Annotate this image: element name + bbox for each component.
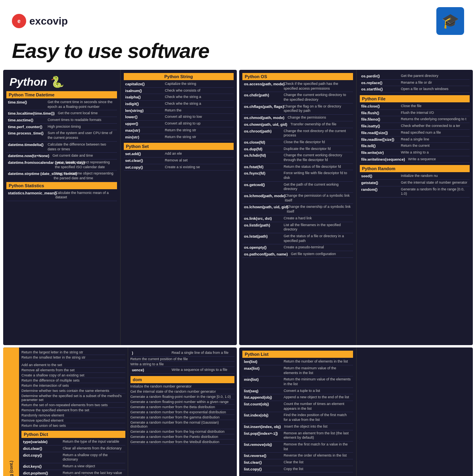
table-row: os.link(src, dst) Create a hard link (242, 215, 353, 222)
table-row: Return the intersection of sets (21, 383, 125, 388)
table-row: os.chmod(path, mode) Change the permissi… (242, 115, 353, 121)
table-row: statistics.harmonic_mean() Calculate the… (6, 190, 117, 201)
table-row: Generate a random floating-point number … (131, 399, 235, 405)
python-right-col: Python String capitalize() Capitalize th… (120, 70, 237, 345)
table-row: os.close(fd) Close the file descriptor f… (242, 139, 353, 146)
table-row: isdigit() Check whe the string a (124, 101, 234, 107)
time-datetime-rows: time.time() Get the current time in seco… (6, 99, 117, 182)
python-left-col: Python 🐍 Python Time Datetime time.time(… (3, 70, 120, 345)
list-left-col: Python List len(list) Return the number … (239, 347, 356, 476)
os-right-col: os.pardir() Get the parent directory os.… (356, 70, 473, 345)
bl-right-col: ) Read a single line of data from a file… (128, 347, 237, 476)
table-row: upper() Convert all string to up (124, 121, 234, 127)
table-row: Remove the specified element from the se… (21, 408, 125, 413)
table-row: file.isatty() Check whether the connecte… (360, 123, 470, 130)
table-row: os.pathconf(path, name) Get file system … (242, 251, 353, 258)
table-row: Return the largest letter in the string … (21, 350, 125, 355)
python-list-header: Python List (242, 351, 353, 358)
table-row: list.append(obj) Append a new object to … (242, 394, 353, 401)
table-row: Generate a random number from the gamma … (131, 415, 235, 420)
table-row: min(str) Return the string str (124, 134, 234, 141)
table-row: os.access(path, mode) Check if the speci… (242, 81, 353, 92)
table-row: list.index(obj) Find the index position … (242, 412, 353, 423)
side-label: Python Set / String (cont.) (3, 347, 19, 476)
table-row: file.writelines(sequence) Write a sequen… (360, 156, 470, 163)
python-set-header: Python Set (124, 143, 234, 150)
table-row: capitalize() Capitalize the string (124, 81, 234, 88)
table-row: max(str) Return the string str (124, 127, 234, 134)
table-row: set.copy() Create a si existing se (124, 164, 234, 171)
table-row: file.read([size]) Read specified num a f… (360, 130, 470, 136)
table-row: os.openpty() Create a pseudo-terminal (242, 244, 353, 251)
table-row: file.flush() Flush the internal I/O (360, 110, 470, 117)
table-row: file.readline([size]) Read a single line (360, 136, 470, 143)
graduation-icon: 🎓 (436, 7, 464, 35)
table-row: min(list) Return the minimum value of th… (242, 376, 353, 388)
table-row: file.tell() Return the current (360, 143, 470, 150)
table-row: Add an element to the set (21, 363, 125, 368)
table-row: getstate() Get the internal state of num… (360, 180, 470, 186)
table-row: Get the internal state of the random num… (131, 389, 235, 394)
card-python-os: Python OS os.access(path, mode) Check if… (239, 70, 473, 345)
statistics-header: Python Statistics (6, 182, 117, 189)
table-row: Generate a random number from the expone… (131, 410, 235, 415)
table-row: Generate a random number from the Weibul… (131, 440, 235, 445)
cards-container: Python 🐍 Python Time Datetime time.time(… (0, 70, 476, 476)
table-row: random() Generate a random flo in the ra… (360, 186, 470, 198)
python-string-header: Python String (124, 73, 234, 80)
python-random-header: Python Random (360, 165, 470, 172)
table-row: Remove specified element (21, 418, 125, 423)
python-file-header: Python File (360, 95, 470, 102)
table-row: Generate a random number from the normal… (131, 420, 235, 429)
table-row: os.lstat(path) Get the status of a file … (242, 233, 353, 244)
table-row: os.chflags(path, flags) Change the flag … (242, 104, 353, 115)
table-row: max(list) Return the maximum value of th… (242, 365, 353, 376)
table-row: file.write(str) Write a string to a (360, 150, 470, 156)
table-row: datetime.timedelta() Calculate the diffe… (6, 142, 117, 153)
table-row: Return the union of two sets (21, 423, 125, 428)
table-row: isalnum() Check whe consists of (124, 88, 234, 94)
table-row: os.listdir(path) List all the filenames … (242, 222, 353, 233)
table-row: file.fileno() Returns the underlying cor… (360, 116, 470, 123)
table-row: Determine whether the specified set is a… (21, 393, 125, 403)
card-python: Python 🐍 Python Time Datetime time.time(… (3, 70, 237, 345)
table-row: time.localtime(time.time()) Get the curr… (6, 110, 117, 117)
table-row: Return the set of non-repeated elements … (21, 403, 125, 408)
table-row: Return the difference of multiple sets (21, 378, 125, 383)
table-row: list.reverse() Reverse the order of elem… (242, 453, 353, 459)
card-bottom-right: Python List len(list) Return the number … (239, 347, 473, 476)
table-row: os.replace() Rename a file or dir (360, 80, 470, 86)
table-row: set.add() Add an ele (124, 151, 234, 157)
table-row: list.insert(index, obj) Insert the objec… (242, 424, 353, 430)
logo-icon: e (12, 14, 26, 28)
header: e excovip 🎓 (0, 0, 476, 39)
table-row: Write a string to a file (131, 362, 235, 367)
table-row: dict.keys() Return a view object (21, 463, 125, 470)
table-row: os.fstat(fd) Return the status of file d… (242, 164, 353, 171)
card-bottom-left: Python Set / String (cont.) Return the l… (3, 347, 237, 476)
python-header: Python 🐍 (6, 73, 117, 91)
table-row: list.remove(obj) Remove the first match … (242, 441, 353, 453)
table-row: lower() Convert all string to low (124, 114, 234, 121)
table-row: os.fsync(fd) Force writing file with fil… (242, 170, 353, 181)
table-row: Initialize the random number generator (131, 384, 235, 389)
table-row: datetime.now(tz=None) Get current date a… (6, 153, 117, 159)
python-dict-header: Python Dict (21, 431, 125, 438)
table-row: os.startfile() Open a file or launch win… (360, 86, 470, 93)
table-row: dict.clear() Clear all elements from the… (21, 445, 125, 452)
page-wrapper: e excovip 🎓 Easy to use software Python … (0, 0, 476, 476)
python-snake-icon: 🐍 (50, 75, 64, 88)
logo-text: excovip (29, 15, 68, 27)
svg-text:e: e (17, 18, 21, 24)
table-row: datetime.strptime (date_string, format) … (6, 171, 117, 182)
list-right-col (356, 347, 473, 476)
table-row: seed() Initialize the random nu (360, 173, 470, 180)
table-row: set.clear() Remove al set (124, 157, 234, 164)
table-row: time.asctime() Convert times to readable… (6, 117, 117, 124)
table-row: list.clear() Clear the list (242, 459, 353, 466)
table-row: os.dup(fd) Duplicate the file descriptor… (242, 146, 353, 153)
table-row: Randomly remove element (21, 413, 125, 418)
table-row: Generate a random number from the Beta d… (131, 405, 235, 410)
table-row: os.chroot(path) Change the root director… (242, 128, 353, 139)
table-row: uence) Write a sequence of strings to a … (131, 367, 235, 374)
